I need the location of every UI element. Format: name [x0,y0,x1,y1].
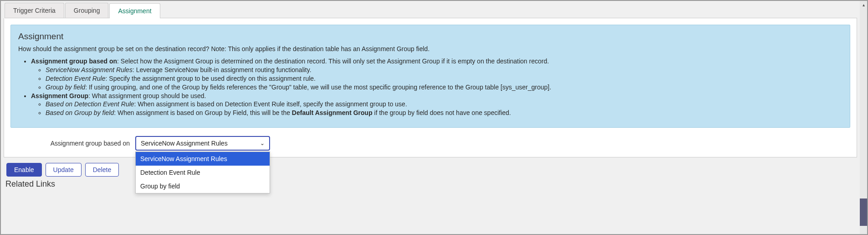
info-subitem-based-groupby-italic: Based on Group by field [46,109,114,116]
info-subitem-based-groupby-post: if the group by field does not have one … [373,109,511,116]
info-subitem-based-detection-text: : When assignment is based on Detection … [134,100,407,108]
info-subitem-groupby-text: : If using grouping, and one of the Grou… [85,84,551,91]
info-item-basedon: Assignment group based on: Select how th… [31,57,842,92]
info-subitem-based-detection: Based on Detection Event Rule: When assi… [46,100,842,109]
info-subitem-servicenow: ServiceNow Assignment Rules: Leverage Se… [46,66,842,74]
enable-button[interactable]: Enable [6,163,42,177]
select-assignment-group-based-on[interactable]: ServiceNow Assignment Rules ⌄ [135,136,270,151]
scrollbar-track[interactable]: ▴ [860,1,867,234]
chevron-down-icon: ⌄ [260,140,265,146]
info-subitem-groupby-italic: Group by field [46,84,85,91]
tab-assignment[interactable]: Assignment [109,3,160,18]
info-subitem-based-groupby-pre: : When assignment is based on Group by F… [114,109,292,116]
dropdown-assignment-group-based-on: ServiceNow Assignment Rules Detection Ev… [135,151,270,193]
info-subitem-detection-italic: Detection Event Rule [46,75,106,82]
info-item-group: Assignment Group: What assignment group … [31,92,842,118]
dropdown-option-servicenow[interactable]: ServiceNow Assignment Rules [136,152,270,166]
info-subitem-detection: Detection Event Rule: Specify the assign… [46,74,842,83]
dropdown-option-groupby[interactable]: Group by field [136,179,270,193]
dropdown-option-detection[interactable]: Detection Event Rule [136,166,270,179]
info-subitem-based-detection-italic: Based on Detection Event Rule [46,100,134,108]
info-description: How should the assignment group be set o… [18,45,842,52]
info-title: Assignment [18,31,842,42]
scroll-up-icon[interactable]: ▴ [860,1,867,8]
update-button[interactable]: Update [46,163,82,177]
action-buttons: Enable Update Delete [6,163,857,177]
info-subitem-detection-text: : Specify the assignment group to be use… [106,75,316,82]
tab-bar: Trigger Criteria Grouping Assignment [5,3,857,18]
scrollbar-thumb[interactable] [860,198,867,226]
assignment-info-box: Assignment How should the assignment gro… [10,25,850,128]
info-subitem-servicenow-italic: ServiceNow Assignment Rules [46,66,133,73]
info-subitem-based-groupby: Based on Group by field: When assignment… [46,109,842,117]
info-subitem-servicenow-text: : Leverage ServiceNow built-in assignmen… [133,66,311,73]
assignment-panel: Assignment How should the assignment gro… [4,18,857,157]
form-row-basedon: Assignment group based on ServiceNow Ass… [10,136,850,151]
tab-trigger-criteria[interactable]: Trigger Criteria [5,3,64,18]
info-item-basedon-text: : Select how the Assigment Group is dete… [117,57,549,65]
related-links-heading: Related Links [5,179,857,189]
tab-grouping[interactable]: Grouping [65,3,109,18]
info-subitem-groupby: Group by field: If using grouping, and o… [46,83,842,92]
info-item-group-text: : What assignment group should be used. [88,92,206,99]
info-item-group-bold: Assignment Group [31,92,88,99]
select-value: ServiceNow Assignment Rules [141,140,228,147]
label-assignment-group-based-on: Assignment group based on [10,140,135,147]
delete-button[interactable]: Delete [85,163,119,177]
info-subitem-based-groupby-bold: Default Assignment Group [292,109,373,116]
info-item-basedon-bold: Assignment group based on [31,57,117,65]
